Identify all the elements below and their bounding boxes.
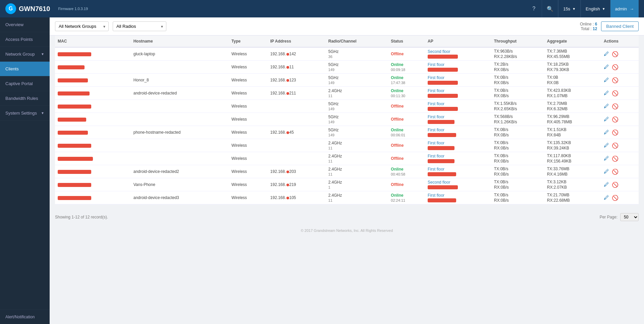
cell-radio: 2.4GHz 11 [326, 139, 388, 152]
sidebar-item-overview[interactable]: Overview [0, 17, 50, 32]
edit-icon[interactable]: 🖉 [604, 51, 609, 57]
sidebar-alert-notification[interactable]: Alert/Notification [0, 310, 50, 324]
radio-band: 2.4GHz [328, 167, 386, 172]
edit-icon[interactable]: 🖉 [604, 90, 609, 96]
sidebar-item-network-group[interactable]: Network Group ▼ [0, 47, 50, 62]
cell-ip [268, 139, 326, 152]
cell-status: Offline [388, 100, 425, 113]
col-aggregate: Aggregate [544, 36, 601, 47]
status-label: Offline [391, 143, 422, 148]
sidebar-label-access-points: Access Points [5, 37, 33, 42]
copyright: © 2017 Grandstream Networks, Inc. All Ri… [301, 229, 393, 233]
sidebar-item-bandwidth-rules[interactable]: Bandwidth Rules [0, 91, 50, 106]
cell-status: Offline [388, 113, 425, 126]
navbar-right: ? 🔍 15s ▼ English ▼ admin → [526, 0, 639, 17]
block-icon[interactable]: 🚫 [612, 182, 619, 188]
sidebar-item-system-settings[interactable]: System Settings ▼ [0, 106, 50, 121]
block-icon[interactable]: 🚫 [612, 77, 619, 83]
ap-link[interactable]: First floor [428, 88, 444, 93]
cell-ip [268, 100, 326, 113]
clients-table: MAC Hostname Type IP Address Radio/Chann… [55, 36, 639, 204]
cell-type: Wireless [229, 152, 268, 165]
edit-icon[interactable]: 🖉 [604, 103, 609, 110]
ap-link[interactable]: First floor [428, 141, 444, 145]
sidebar-item-captive-portal[interactable]: Captive Portal [0, 76, 50, 91]
block-icon[interactable]: 🚫 [612, 155, 619, 162]
mac-redacted [58, 78, 88, 82]
radio-band: 2.4GHz [328, 180, 386, 185]
edit-icon[interactable]: 🖉 [604, 142, 609, 149]
cell-actions: 🖉 🚫 [601, 61, 639, 74]
edit-icon[interactable]: 🖉 [604, 129, 609, 136]
per-page-label: Per Page: [600, 215, 618, 219]
language-dropdown[interactable]: English ▼ [581, 0, 610, 17]
help-icon[interactable]: ? [526, 0, 542, 17]
block-icon[interactable]: 🚫 [612, 51, 619, 57]
online-count: 6 [595, 22, 597, 26]
ap-link[interactable]: First floor [428, 193, 444, 198]
cell-radio: 5GHz 149 [326, 74, 388, 87]
network-group-select[interactable]: All Network Groups [55, 21, 109, 31]
block-icon[interactable]: 🚫 [612, 116, 619, 123]
table-row: Wireless 5GHz 149 Offline First floor TX… [55, 100, 639, 113]
banned-client-button[interactable]: Banned Client [601, 21, 639, 31]
table-row: Vans-Phone Wireless 192.168.219 2.4GHz 1… [55, 178, 639, 191]
block-icon[interactable]: 🚫 [612, 169, 619, 175]
tx-throughput: TX:0B/s [494, 180, 542, 184]
system-settings-arrow: ▼ [41, 111, 44, 115]
all-radios-select[interactable]: All Radios [113, 21, 166, 31]
radio-band: 5GHz [328, 128, 386, 132]
cell-radio: 2.4GHz 11 [326, 165, 388, 178]
cell-hostname [131, 152, 229, 165]
edit-icon[interactable]: 🖉 [604, 169, 609, 175]
edit-icon[interactable]: 🖉 [604, 64, 609, 70]
block-icon[interactable]: 🚫 [612, 90, 619, 96]
col-radio: Radio/Channel [326, 36, 388, 47]
admin-dropdown[interactable]: admin → [610, 0, 639, 17]
mac-redacted [58, 144, 91, 148]
status-label: Offline [391, 156, 422, 161]
search-icon[interactable]: 🔍 [542, 0, 558, 17]
tx-throughput: TX:0B/s [494, 75, 542, 80]
edit-icon[interactable]: 🖉 [604, 182, 609, 188]
cell-ip: 192.168.11 [268, 61, 326, 74]
ap-link[interactable]: First floor [428, 128, 444, 132]
block-icon[interactable]: 🚫 [612, 142, 619, 149]
edit-icon[interactable]: 🖉 [604, 116, 609, 123]
block-icon[interactable]: 🚫 [612, 103, 619, 110]
edit-icon[interactable]: 🖉 [604, 77, 609, 83]
cell-ap: First floor [425, 74, 491, 87]
cell-hostname [131, 139, 229, 152]
block-icon[interactable]: 🚫 [612, 195, 619, 201]
brand[interactable]: G GWN7610 [5, 3, 50, 14]
ap-link[interactable]: First floor [428, 102, 444, 106]
radio-band: 5GHz [328, 115, 386, 119]
cell-ap: Second floor [425, 178, 491, 191]
cell-radio: 5GHz 36 [326, 47, 388, 61]
ap-link[interactable]: Second floor [428, 180, 450, 185]
per-page-select[interactable]: 50 25 100 [620, 213, 639, 221]
cell-ap: First floor [425, 113, 491, 126]
status-label: Online [391, 167, 422, 172]
status-label: Online [391, 193, 422, 198]
ap-link[interactable]: First floor [428, 62, 444, 67]
ap-link[interactable]: First floor [428, 167, 444, 172]
ap-link[interactable]: First floor [428, 115, 444, 119]
edit-icon[interactable]: 🖉 [604, 195, 609, 201]
sidebar-item-clients[interactable]: Clients [0, 62, 50, 76]
table-header: MAC Hostname Type IP Address Radio/Chann… [55, 36, 639, 47]
block-icon[interactable]: 🚫 [612, 129, 619, 136]
ap-link[interactable]: First floor [428, 75, 444, 80]
block-icon[interactable]: 🚫 [612, 64, 619, 70]
col-status: Status [388, 36, 425, 47]
rx-throughput: RX:0B/s [494, 159, 542, 164]
sidebar-item-access-points[interactable]: Access Points [0, 32, 50, 47]
mac-redacted [58, 157, 93, 161]
cell-aggregate: TX:21.70MB RX:22.68MB [544, 191, 601, 204]
edit-icon[interactable]: 🖉 [604, 155, 609, 162]
ap-link[interactable]: First floor [428, 154, 444, 158]
timer-dropdown[interactable]: 15s ▼ [558, 0, 581, 17]
ap-link[interactable]: Second floor [428, 49, 450, 54]
mac-redacted [58, 65, 85, 69]
cell-mac [55, 178, 131, 191]
